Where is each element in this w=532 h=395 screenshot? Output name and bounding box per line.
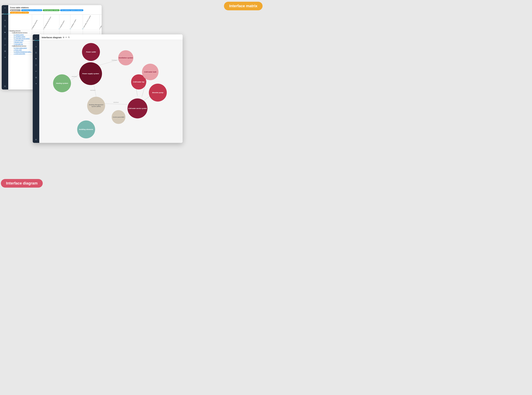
table-row: ☐ Building elements: [8, 30, 102, 32]
sidebar-settings[interactable]: ⚙: [3, 85, 6, 88]
node-ventilation[interactable]: Ventilation system: [118, 50, 133, 66]
filter-cols[interactable]: Tree (columns): Systems & elements: [60, 9, 83, 11]
node-control-panel[interactable]: Control panel BMS: [112, 110, 125, 124]
diagram-export-icon[interactable]: ⊞: [63, 36, 64, 38]
filter-rows-count[interactable]: Tree part (rows): 10 items: [43, 9, 60, 11]
logo-matrix: ≡: [5, 7, 6, 9]
sidebar2-users[interactable]: ✦: [34, 82, 38, 85]
matrix-title: Cross table relations: [10, 6, 100, 9]
diagram-close-icon[interactable]: ✕: [65, 36, 67, 38]
svg-text:Interface: Interface: [72, 76, 77, 77]
filter-tags: ▶ Selection 🔗 Tree (rows): Systems & ele…: [10, 9, 100, 14]
sidebar2-doc[interactable]: ☐: [34, 64, 38, 67]
node-building-elements[interactable]: Building elements: [77, 121, 95, 138]
diagram-canvas[interactable]: Interface Interface Interface Interface: [39, 40, 183, 141]
table-row: ☐ (50) Mechanical services: [8, 32, 102, 34]
node-power-supply[interactable]: Power supply system: [79, 62, 102, 85]
node-bms[interactable]: Building Management System (BMS): [87, 97, 105, 115]
svg-line-7: [105, 104, 128, 104]
sidebar2-flag[interactable]: ⚑: [34, 57, 38, 60]
filter-selection[interactable]: ▶ Selection 🔗: [10, 9, 21, 11]
sidebar-doc[interactable]: ☐: [3, 37, 6, 40]
sidebar-diagram: ≡ BRIEFBUILDER+ ⌂ ☰ ⚑ ☐ ↩ ⊞ ✦ ⚙: [33, 34, 39, 143]
window-diagram: ≡ BRIEFBUILDER+ ⌂ ☰ ⚑ ☐ ↩ ⊞ ✦ ⚙ Interfac…: [33, 34, 183, 143]
sidebar-matrix: ≡ BRIEFBUILDER+ ⌂ ☰ ⚑ ☐ ↩ ⊞ ✦ ⚙: [2, 5, 8, 89]
interface-matrix-label: Interface matrix: [224, 2, 263, 10]
sidebar-list[interactable]: ☰: [3, 25, 6, 28]
node-booster[interactable]: Booster pump: [149, 84, 167, 102]
sidebar-undo[interactable]: ↩: [3, 43, 6, 46]
diagram-main: Interfaces diagram ⊞ ✕ ⚗ Interface Inter…: [39, 34, 183, 143]
sidebar2-grid[interactable]: ⊞: [34, 76, 38, 79]
svg-text:Interface: Interface: [113, 102, 119, 103]
sidebar-users[interactable]: ✦: [3, 56, 6, 59]
sidebar-flag[interactable]: ⚑: [3, 31, 6, 34]
diagram-topbar: Interfaces diagram ⊞ ✕ ⚗: [39, 34, 183, 40]
col-heating: 🔧 Heating system: [59, 15, 70, 30]
matrix-topbar: Cross table relations ▶ Selection 🔗 Tree…: [8, 5, 102, 14]
sidebar2-undo[interactable]: ↩: [34, 70, 38, 73]
sidebar2-settings[interactable]: ⚙: [34, 138, 38, 141]
node-cold-service[interactable]: Cold-water service system: [128, 99, 147, 118]
sidebar-grid[interactable]: ⊞: [3, 49, 6, 53]
diagram-filter-icon[interactable]: ⚗: [68, 36, 70, 38]
col-cold-water-tank: ↗ Cold-water tank: [100, 15, 102, 30]
diagram-title: Interfaces diagram: [42, 36, 62, 39]
filter-cols-count[interactable]: Tree part (columns): 10 items: [10, 12, 29, 14]
col-ventilation: 🔧 Ventilation system: [70, 15, 83, 30]
col-mechanical: ☐ (50) Mechanical services: [44, 15, 59, 30]
col-cold-water-service: 🔧 Cold-water service system: [83, 15, 100, 30]
sidebar2-list[interactable]: ☰: [34, 51, 38, 54]
node-heating[interactable]: Heating system: [53, 74, 71, 92]
filter-rows[interactable]: Tree (rows): Systems & elements: [21, 9, 42, 11]
node-power-outlet[interactable]: Power outlet: [82, 43, 100, 61]
col-building-elements: ☐ Building elements: [32, 15, 44, 30]
sidebar-home[interactable]: ⌂: [3, 19, 6, 22]
node-cold-tank[interactable]: Cold-water tank: [142, 64, 158, 80]
sidebar2-home[interactable]: ⌂: [34, 45, 38, 48]
diagram-title-bar: Interfaces diagram ⊞ ✕ ⚗: [42, 36, 180, 39]
svg-text:Interface: Interface: [112, 59, 117, 61]
interface-diagram-label: Interface diagram: [1, 179, 43, 188]
svg-text:Interface: Interface: [90, 89, 96, 91]
